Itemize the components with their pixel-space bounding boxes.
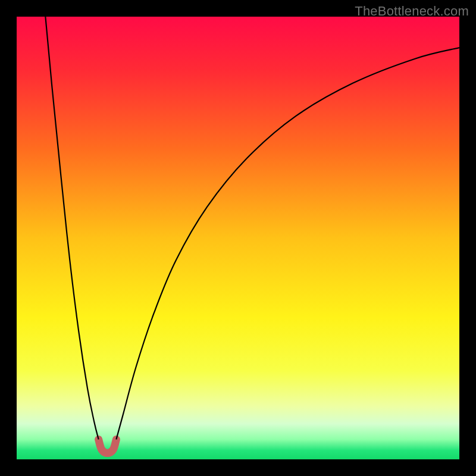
chart-frame: TheBottleneck.com — [0, 0, 476, 476]
series-valley-highlight — [99, 440, 117, 453]
plot-area — [17, 17, 459, 459]
series-left-branch — [45, 17, 98, 440]
chart-curves — [17, 17, 459, 459]
watermark-label: TheBottleneck.com — [355, 4, 469, 19]
series-right-branch — [116, 48, 459, 439]
